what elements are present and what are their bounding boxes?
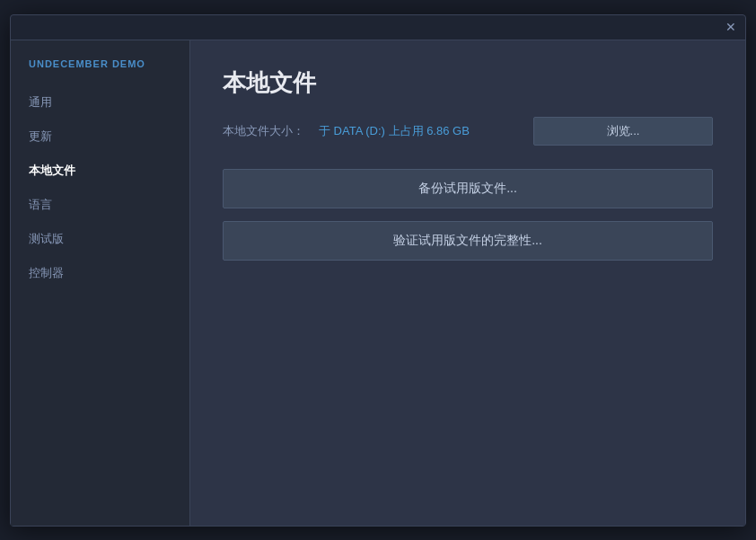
- sidebar: UNDECEMBER DEMO 通用 更新 本地文件 语言 测试版 控制器: [11, 40, 190, 526]
- file-size-label: 本地文件大小：: [223, 123, 304, 139]
- content-area: UNDECEMBER DEMO 通用 更新 本地文件 语言 测试版 控制器 本地…: [11, 40, 745, 526]
- sidebar-item-controller[interactable]: 控制器: [11, 258, 189, 288]
- settings-dialog: ✕ UNDECEMBER DEMO 通用 更新 本地文件 语言 测试版 控制器 …: [10, 14, 746, 527]
- title-bar: ✕: [11, 15, 745, 40]
- backup-button[interactable]: 备份试用版文件...: [223, 169, 713, 208]
- buttons-section: 备份试用版文件... 验证试用版文件的完整性...: [223, 169, 713, 261]
- verify-button[interactable]: 验证试用版文件的完整性...: [223, 221, 713, 261]
- close-button[interactable]: ✕: [724, 20, 738, 34]
- app-logo: UNDECEMBER DEMO: [11, 58, 189, 84]
- sidebar-item-language[interactable]: 语言: [11, 190, 189, 220]
- sidebar-item-beta[interactable]: 测试版: [11, 224, 189, 254]
- sidebar-item-update[interactable]: 更新: [11, 121, 189, 152]
- browse-button[interactable]: 浏览...: [533, 117, 713, 146]
- sidebar-item-general[interactable]: 通用: [11, 87, 189, 118]
- page-title: 本地文件: [223, 67, 713, 99]
- file-size-location: 于 DATA (D:) 上占用 6.86 GB: [319, 123, 470, 139]
- sidebar-item-local-files[interactable]: 本地文件: [11, 155, 189, 186]
- file-size-row: 本地文件大小： 于 DATA (D:) 上占用 6.86 GB 浏览...: [223, 117, 713, 146]
- main-content: 本地文件 本地文件大小： 于 DATA (D:) 上占用 6.86 GB 浏览.…: [190, 40, 745, 526]
